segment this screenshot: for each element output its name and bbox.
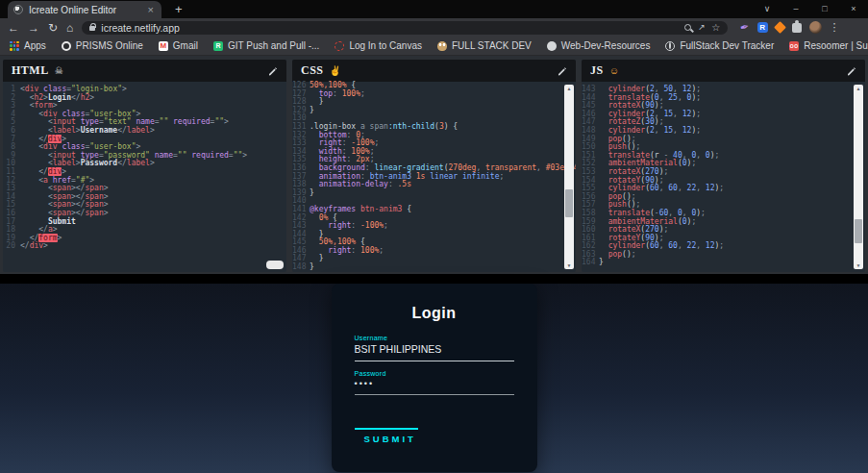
bookmark-item-prisms[interactable]: PRISMS Online — [62, 40, 143, 51]
bookmark-item-git[interactable]: R GIT Push and Pull -... — [213, 40, 319, 51]
bookmark-item-resoomer[interactable]: OO Resoomer | Summa... — [789, 40, 868, 51]
login-card: Login Username BSIT PHILIPPINES Password… — [332, 284, 537, 472]
bookmark-label: Resoomer | Summa... — [804, 40, 868, 51]
scroll-down-icon[interactable]: ▼ — [854, 261, 863, 269]
bookmark-label: Web-Dev-Resources — [561, 40, 651, 51]
submit-button[interactable]: SUBMIT — [355, 428, 418, 444]
new-tab-button[interactable]: + — [175, 2, 183, 18]
bookmark-item-canvas[interactable]: Log In to Canvas — [335, 40, 422, 51]
window-restore-icon[interactable]: □ — [810, 0, 839, 18]
bookmark-label: FullStack Dev Tracker — [680, 40, 774, 51]
code-line: 163 pop(); — [582, 251, 854, 260]
browser-menu-icon[interactable]: ⋮ — [830, 21, 840, 34]
url-text[interactable]: icreate.netlify.app — [101, 22, 679, 34]
edit-pencil-icon[interactable] — [846, 65, 856, 76]
bookmark-star-icon[interactable]: ☆ — [711, 22, 720, 33]
globe-icon — [665, 41, 675, 51]
js-code-area[interactable]: 143 cylinder(2, 50, 12);144 translate(0,… — [582, 82, 865, 272]
edit-pencil-icon[interactable] — [557, 65, 567, 76]
window-controls: ∨ – □ × — [753, 0, 868, 18]
search-icon[interactable] — [684, 24, 691, 31]
submit-label: SUBMIT — [364, 434, 418, 444]
scroll-up-icon[interactable]: ▲ — [564, 85, 574, 92]
skull-icon: ☠ — [55, 65, 63, 76]
address-bar[interactable]: icreate.netlify.app ☆ — [82, 21, 728, 35]
bookmarks-bar: Apps PRISMS Online M Gmail R GIT Push an… — [0, 37, 868, 56]
line-number: 164 — [582, 259, 599, 267]
bookmark-item-webdev[interactable]: Web-Dev-Resources — [547, 40, 651, 51]
git-badge-icon: R — [213, 41, 223, 51]
panel-title: HTML — [12, 63, 49, 78]
bookmark-item-fullstack[interactable]: FULL STACK DEV — [437, 40, 532, 51]
reload-icon[interactable]: ↻ — [48, 22, 58, 34]
css-code-area[interactable]: 12650%,100% {127 top: 100%;128 }129}1301… — [292, 82, 576, 272]
bookmark-label: FULL STACK DEV — [452, 40, 532, 51]
username-field-group: Username BSIT PHILIPPINES — [355, 335, 514, 361]
bookmark-label: GIT Push and Pull -... — [228, 40, 319, 51]
profile-avatar[interactable] — [809, 21, 822, 34]
bookmark-item-tracker[interactable]: FullStack Dev Tracker — [665, 40, 774, 51]
code-line: 128 } — [292, 98, 564, 107]
code-line: 164} — [582, 259, 854, 267]
window-chevron-icon[interactable]: ∨ — [753, 0, 781, 18]
window-minimize-icon[interactable]: – — [781, 0, 810, 18]
apps-grid-icon — [10, 41, 19, 51]
code-line: 143 right: -100%; — [292, 222, 564, 231]
code-line: 138 animation-delay: .5s — [292, 181, 564, 189]
username-underline — [355, 361, 514, 361]
code-line: 139} — [292, 189, 564, 198]
bookmark-label: Apps — [24, 40, 46, 51]
code-text: } — [310, 263, 314, 272]
extensions-row: ✒ R ⋮ — [740, 21, 839, 34]
scroll-up-icon[interactable]: ▲ — [854, 85, 863, 92]
line-number: 20 — [3, 242, 20, 251]
password-input[interactable]: •••• — [355, 379, 514, 388]
resoomer-icon: OO — [789, 41, 799, 51]
share-icon[interactable] — [697, 23, 706, 32]
browser-tab[interactable]: Icreate Online Editor × — [8, 1, 161, 18]
panel-title: CSS — [301, 63, 324, 78]
login-heading: Login — [355, 284, 514, 322]
js-panel: JS ☺ 143 cylinder(2, 50, 12);144 transla… — [582, 60, 865, 272]
html-code-area[interactable]: 1<div class="login-box">2 <h2>Login</h2>… — [3, 82, 286, 272]
forward-icon[interactable]: → — [28, 22, 39, 34]
bookmark-item-gmail[interactable]: M Gmail — [159, 40, 198, 51]
extensions-puzzle-icon[interactable] — [792, 23, 802, 33]
back-icon[interactable]: ← — [8, 22, 19, 34]
scrollbar-thumb[interactable] — [855, 219, 862, 243]
code-text: pop(); — [599, 251, 636, 260]
html-panel: HTML ☠ 1<div class="login-box">2 <h2>Log… — [3, 60, 286, 272]
tab-title: Icreate Online Editor — [29, 5, 146, 15]
metamask-extension-icon[interactable] — [774, 21, 786, 34]
site-favicon-icon — [13, 5, 23, 14]
home-icon[interactable]: ⌂ — [66, 22, 73, 34]
scroll-down-icon[interactable]: ▼ — [564, 261, 574, 269]
code-line: 147 } — [292, 255, 564, 263]
code-line: 20</div> — [3, 242, 286, 251]
username-input[interactable]: BSIT PHILIPPINES — [355, 343, 514, 355]
css-scrollbar[interactable]: ▲ ▼ — [564, 85, 574, 269]
canvas-ring-icon — [335, 41, 344, 51]
bookmark-item-apps[interactable]: Apps — [10, 40, 46, 51]
password-field-group: Password •••• — [355, 370, 514, 395]
scrollbar-thumb[interactable] — [565, 189, 573, 217]
username-label: Username — [355, 335, 514, 341]
code-text: } — [310, 107, 314, 115]
r-extension-icon[interactable]: R — [757, 22, 768, 33]
js-scrollbar[interactable]: ▲ ▼ — [854, 85, 863, 269]
html-panel-header: HTML ☠ — [3, 60, 286, 82]
browser-window: Icreate Online Editor × + ∨ – □ × ← → ↻ … — [0, 0, 868, 473]
hand-icon: ✌ — [330, 65, 341, 76]
scrollbar-corner[interactable] — [266, 261, 284, 269]
line-number: 148 — [292, 263, 310, 272]
tab-close-icon[interactable]: × — [146, 4, 156, 15]
bookmark-label: Log In to Canvas — [349, 40, 422, 51]
code-line: 127 top: 100%; — [292, 90, 564, 99]
lock-icon — [89, 26, 95, 31]
window-close-icon[interactable]: × — [839, 0, 868, 18]
target-icon — [62, 41, 71, 51]
tab-strip: Icreate Online Editor × + ∨ – □ × — [0, 0, 868, 18]
quill-extension-icon[interactable]: ✒ — [739, 20, 751, 35]
edit-pencil-icon[interactable] — [267, 65, 278, 76]
github-icon — [547, 41, 557, 51]
